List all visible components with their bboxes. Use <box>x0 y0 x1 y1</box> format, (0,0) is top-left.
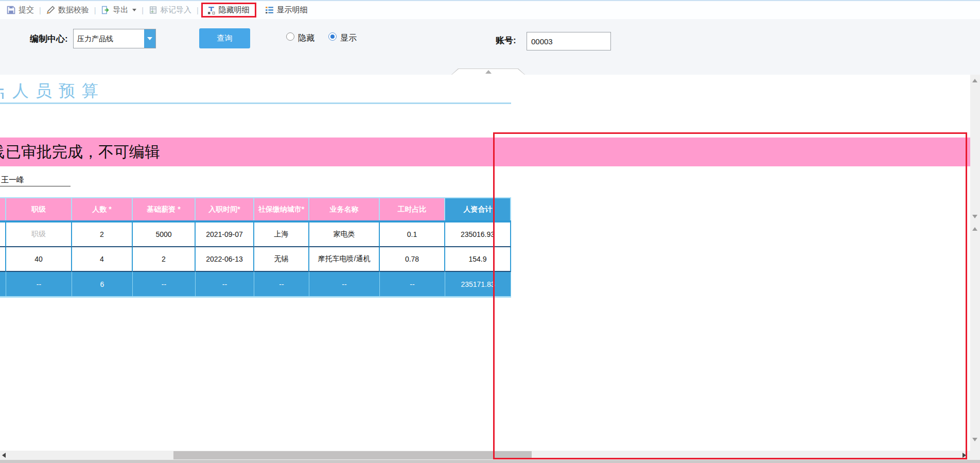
table-cell[interactable]: 2 <box>133 247 196 272</box>
table-cell[interactable]: 2022-06-13 <box>196 247 254 272</box>
mark-import-label: 标记导入 <box>161 5 191 15</box>
table-cell[interactable]: 家电类 <box>309 222 380 247</box>
header-cell: 业务名称 <box>309 198 380 220</box>
total-cell[interactable]: 6 <box>72 272 133 296</box>
table-cell[interactable]: 0.78 <box>380 247 445 272</box>
center-label: 编制中心: <box>30 33 68 45</box>
table-cell[interactable]: 上海 <box>254 222 309 247</box>
budget-table: 职级 人数 * 基础薪资 * 入职时间* 社保缴纳城市* 业务名称 工时占比 人… <box>0 197 511 298</box>
scroll-down-icon[interactable] <box>972 215 977 218</box>
toolbar: 提交 | 数据校验 | 导出 | 标记导入 | 隐藏明细 显示明细 <box>0 0 980 19</box>
save-icon <box>7 6 15 14</box>
pencil-icon <box>46 6 55 14</box>
scroll-up-icon[interactable] <box>972 79 977 82</box>
scrollbar-corner <box>970 451 980 460</box>
total-cell[interactable]: -- <box>254 272 309 296</box>
filter-bar: 编制中心: 压力产品线 查询 隐藏 显示 账号: <box>0 19 980 75</box>
scroll-up-icon[interactable] <box>972 227 977 231</box>
table-cell[interactable]: 0.1 <box>380 222 445 247</box>
total-cell[interactable] <box>0 272 6 296</box>
vertical-scrollbar[interactable] <box>970 75 980 451</box>
mark-import-icon <box>149 6 157 14</box>
header-cell <box>0 198 6 220</box>
table-cell[interactable]: 2 <box>72 222 133 247</box>
account-label: 账号: <box>496 35 516 46</box>
banner-clipped-char: 线 <box>0 142 6 162</box>
center-combobox-arrow-button[interactable] <box>144 29 155 48</box>
header-cell: 职级 <box>6 198 72 220</box>
header-cell: 基础薪资 * <box>133 198 196 220</box>
hide-detail-highlight-box: 隐藏明细 <box>201 3 256 18</box>
center-combobox[interactable]: 压力产品线 <box>73 29 156 48</box>
table-cell[interactable]: 2021-09-07 <box>196 222 254 247</box>
radio-hide[interactable] <box>286 32 294 41</box>
total-cell[interactable]: -- <box>6 272 72 296</box>
show-detail-icon <box>265 6 274 14</box>
submit-label: 提交 <box>19 5 34 15</box>
table-cell[interactable]: 4 <box>72 247 133 272</box>
radio-show-label[interactable]: 显示 <box>340 33 357 44</box>
account-input[interactable] <box>527 32 611 50</box>
table-cell[interactable]: 职级 <box>6 222 72 247</box>
mark-import-button[interactable]: 标记导入 <box>144 5 196 15</box>
table-cell[interactable]: 摩托车电喷/通机 <box>309 247 380 272</box>
editor-name-underline <box>0 186 71 186</box>
total-cell[interactable]: -- <box>380 272 445 296</box>
header-cell: 社保缴纳城市* <box>254 198 309 220</box>
chevron-down-icon <box>147 37 152 40</box>
page-title: 人员预算 <box>12 80 105 102</box>
export-dropdown-icon <box>132 9 136 11</box>
toolbar-separator: | <box>196 6 199 14</box>
collapse-panel-tab[interactable] <box>451 68 525 75</box>
validate-button[interactable]: 数据校验 <box>42 5 94 15</box>
table-cell[interactable]: 40 <box>6 247 72 272</box>
hide-detail-icon <box>207 6 216 14</box>
submit-button[interactable]: 提交 <box>2 5 39 15</box>
red-annotation-rectangle <box>493 132 967 459</box>
collapse-up-icon <box>485 70 492 74</box>
title-fragment-icon <box>0 88 5 101</box>
table-total-row: -- 6 -- -- -- -- -- 235171.83 <box>0 272 511 298</box>
scroll-down-icon[interactable] <box>972 438 977 441</box>
show-detail-button[interactable]: 显示明细 <box>260 5 312 15</box>
table-row: 40 4 2 2022-06-13 无锡 摩托车电喷/通机 0.78 154.9 <box>0 247 511 272</box>
total-cell[interactable]: -- <box>309 272 380 296</box>
hide-detail-label: 隐藏明细 <box>219 5 250 15</box>
table-row: 职级 2 5000 2021-09-07 上海 家电类 0.1 235016.9… <box>0 222 511 247</box>
query-button[interactable]: 查询 <box>199 28 250 48</box>
table-cell[interactable] <box>0 247 6 272</box>
export-icon <box>101 6 110 14</box>
export-label: 导出 <box>113 5 128 15</box>
horizontal-scrollbar-thumb[interactable] <box>173 451 532 459</box>
show-detail-label: 显示明细 <box>277 5 308 15</box>
total-cell[interactable]: -- <box>196 272 254 296</box>
header-cell: 工时占比 <box>380 198 445 220</box>
banner-text: 已审批完成，不可编辑 <box>6 142 160 163</box>
table-cell[interactable]: 5000 <box>133 222 196 247</box>
table-header-row: 职级 人数 * 基础薪资 * 入职时间* 社保缴纳城市* 业务名称 工时占比 人… <box>0 197 511 222</box>
title-underline <box>0 102 511 104</box>
editor-name: 王一峰 <box>1 175 24 185</box>
window-bottom-edge <box>0 460 980 463</box>
radio-hide-label[interactable]: 隐藏 <box>298 33 314 44</box>
app-window: 提交 | 数据校验 | 导出 | 标记导入 | 隐藏明细 显示明细 <box>0 0 980 463</box>
table-cell[interactable] <box>0 222 6 247</box>
radio-show[interactable] <box>328 32 337 41</box>
table-cell[interactable]: 无锡 <box>254 247 309 272</box>
scroll-left-icon[interactable] <box>2 453 6 458</box>
validate-label: 数据校验 <box>58 5 89 15</box>
header-cell: 入职时间* <box>196 198 254 220</box>
hide-detail-button[interactable]: 隐藏明细 <box>205 5 251 15</box>
center-combobox-value: 压力产品线 <box>74 29 144 48</box>
total-cell[interactable]: -- <box>133 272 196 296</box>
header-cell: 人数 * <box>72 198 133 220</box>
export-button[interactable]: 导出 <box>96 5 141 15</box>
